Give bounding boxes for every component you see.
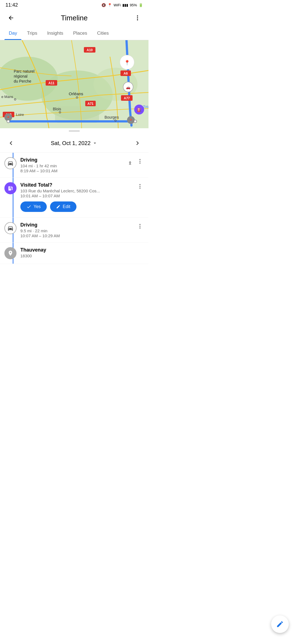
driving-2-title: Driving (20, 222, 134, 228)
date-navigation: Sat, Oct 1, 2022 (0, 134, 148, 152)
back-arrow-icon (8, 15, 14, 21)
svg-point-45 (134, 120, 137, 123)
more-vert-icon-1 (137, 158, 143, 164)
yes-button[interactable]: Yes (20, 201, 47, 212)
tab-cities[interactable]: Cities (93, 27, 113, 40)
edit-button-label: Edit (63, 204, 70, 209)
svg-text:A71: A71 (87, 102, 94, 106)
svg-point-54 (139, 228, 141, 229)
driving-2-actions (136, 222, 144, 232)
app-bar: Timeline (0, 9, 148, 27)
map-svg: A28 A10 A11 A6 A77 A71 Parc naturel régi… (0, 40, 148, 128)
mute-icon: 🔇 (101, 3, 106, 7)
yes-button-label: Yes (34, 204, 41, 209)
wifi-icon: WiFi (114, 3, 121, 7)
driving-2-time: 10:07 AM – 10:29 AM (20, 233, 134, 238)
svg-text:A77: A77 (124, 96, 130, 100)
more-vert-icon (134, 15, 141, 21)
prev-arrow-icon (7, 139, 15, 147)
location-icon: 📍 (108, 3, 112, 7)
svg-text:Orléans: Orléans (69, 91, 83, 96)
svg-point-48 (139, 163, 141, 164)
more-button-3[interactable] (136, 222, 144, 232)
status-bar: 11:42 🔇 📍 WiFi ▮▮▮ 95% 🔋 (0, 0, 148, 9)
yes-edit-row: Yes Edit (20, 201, 134, 212)
svg-point-47 (139, 161, 141, 162)
gas-actions (136, 182, 144, 192)
svg-point-50 (139, 186, 141, 187)
svg-text:A6: A6 (123, 72, 128, 75)
svg-text:A11: A11 (48, 81, 54, 85)
svg-text:🚗: 🚗 (126, 85, 131, 90)
svg-point-0 (137, 15, 138, 17)
status-time: 11:42 (6, 2, 18, 8)
driving-1-actions (127, 157, 144, 167)
tab-trips[interactable]: Trips (23, 27, 42, 40)
svg-text:Blois: Blois (53, 107, 61, 111)
svg-point-42 (7, 120, 10, 123)
back-button[interactable] (6, 12, 16, 23)
drag-handle[interactable] (69, 130, 80, 132)
timeline-item-driving-1: Driving 104 mi · 1 hr 42 min 8:19 AM – 1… (0, 153, 148, 178)
pin-icon (7, 250, 13, 256)
thauvenay-sub: 18300 (20, 253, 144, 258)
svg-text:A10: A10 (87, 48, 93, 52)
driving-icon-1 (4, 157, 16, 169)
thauvenay-content: Thauvenay 18300 (20, 247, 144, 258)
driving-1-title: Driving (20, 157, 125, 163)
page-title: Timeline (16, 14, 132, 22)
tab-day[interactable]: Day (4, 27, 21, 40)
svg-text:Parc naturel: Parc naturel (14, 69, 34, 73)
tabs-bar: Day Trips Insights Places Cities (0, 27, 148, 40)
checkmark-icon (26, 204, 31, 209)
collapse-button-1[interactable] (127, 159, 133, 165)
gas-title: Visited Total? (20, 182, 134, 188)
tab-insights[interactable]: Insights (43, 27, 68, 40)
more-button-2[interactable] (136, 182, 144, 192)
battery-text: 95% (130, 3, 137, 7)
gas-icon (4, 182, 16, 194)
more-button-1[interactable] (136, 157, 144, 167)
chevron-down-icon (92, 140, 98, 146)
map-view[interactable]: A28 A10 A11 A6 A77 A71 Parc naturel régi… (0, 40, 148, 128)
svg-text:e Mans: e Mans (1, 95, 13, 99)
driving-1-time: 8:19 AM – 10:01 AM (20, 168, 125, 173)
svg-point-46 (139, 159, 141, 160)
svg-point-1 (137, 17, 138, 18)
current-date: Sat, Oct 1, 2022 (51, 140, 91, 146)
place-icon (4, 247, 16, 259)
car-icon-2 (7, 225, 14, 231)
more-options-button[interactable] (132, 12, 143, 23)
svg-point-53 (139, 226, 141, 227)
prev-day-button[interactable] (6, 138, 16, 149)
gas-sub: 103 Rue du Maréchal Leclerc, 58200 Cos..… (20, 189, 134, 193)
collapse-icon (127, 159, 133, 165)
timeline: Driving 104 mi · 1 hr 42 min 8:19 AM – 1… (0, 152, 148, 264)
date-selector[interactable]: Sat, Oct 1, 2022 (51, 140, 98, 146)
svg-point-2 (137, 19, 138, 20)
tab-places[interactable]: Places (69, 27, 92, 40)
status-icons: 🔇 📍 WiFi ▮▮▮ 95% 🔋 (101, 3, 143, 7)
svg-text:📍: 📍 (124, 60, 130, 66)
driving-icon-2 (4, 222, 16, 234)
svg-text:Bourges: Bourges (105, 115, 119, 119)
driving-1-content: Driving 104 mi · 1 hr 42 min 8:19 AM – 1… (20, 157, 125, 173)
car-icon (7, 160, 14, 167)
edit-button[interactable]: Edit (50, 201, 76, 212)
fuel-icon (7, 185, 13, 191)
timeline-item-thauvenay: Thauvenay 18300 (0, 243, 148, 264)
svg-point-52 (139, 224, 141, 225)
svg-text:📍: 📍 (6, 116, 10, 120)
svg-text:📍: 📍 (129, 119, 133, 122)
more-vert-icon-2 (137, 183, 143, 189)
svg-text:Tota: Tota (143, 105, 148, 109)
svg-text:Loire: Loire (16, 113, 24, 117)
next-arrow-icon (134, 139, 141, 147)
gas-time: 10:01 AM – 10:07 AM (20, 193, 134, 198)
svg-text:du Perche: du Perche (14, 79, 31, 83)
timeline-item-gas: Visited Total? 103 Rue du Maréchal Lecle… (0, 178, 148, 218)
next-day-button[interactable] (132, 138, 143, 149)
driving-1-sub: 104 mi · 1 hr 42 min (20, 163, 125, 168)
thauvenay-title: Thauvenay (20, 247, 144, 253)
signal-icon: ▮▮▮ (122, 3, 128, 7)
